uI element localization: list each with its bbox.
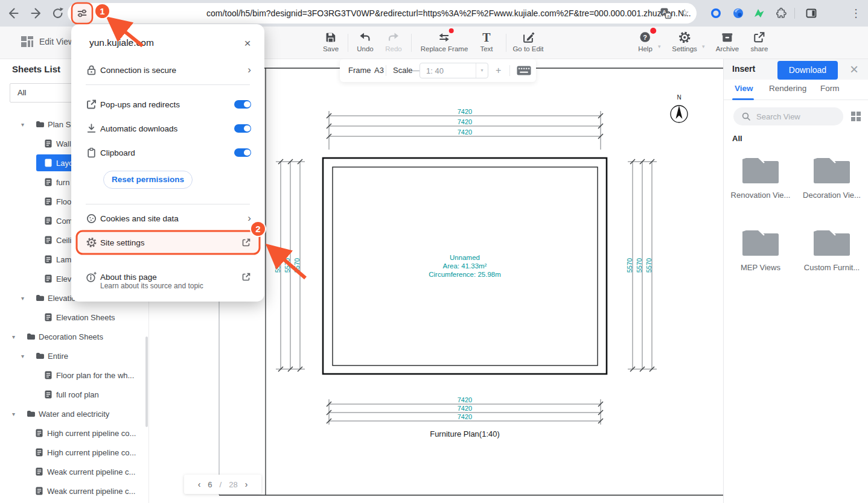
prev-page-icon[interactable]: ‹ [198,479,201,489]
file-icon [45,313,52,321]
insert-title: Insert [732,64,755,74]
scale-plus-icon[interactable]: + [496,59,501,82]
browser-menu-icon[interactable]: ⋮ [850,5,862,21]
extension-circle-icon[interactable] [710,7,722,19]
grid-layout-icon[interactable] [850,111,861,122]
redo-button[interactable]: Redo [385,30,402,52]
view-search[interactable] [733,107,843,125]
next-page-icon[interactable]: › [245,479,248,489]
back-icon[interactable] [6,6,21,21]
scale-dropdown-icon[interactable]: ▾ [476,63,488,78]
text-button[interactable]: T Text [480,30,493,52]
settings-caret-icon[interactable]: ▾ [702,43,705,49]
caret-down-icon[interactable]: ▾ [12,334,15,340]
browser-toolbar: com/tool/h5/bim?designid=3FO3RG3TV0WP&re… [0,0,868,27]
help-caret-icon[interactable]: ▾ [658,43,661,49]
caret-down-icon[interactable]: ▾ [21,295,24,302]
dim-label: 5570 [284,258,291,273]
folder-icon [27,410,36,417]
downloads-toggle[interactable] [234,124,251,133]
tree-folder[interactable]: ▾Decoration Sheets [0,327,149,346]
gear-icon [86,237,97,248]
view-folder-mep[interactable]: MEP Views [724,229,797,272]
tree-sheet[interactable]: High current pipeline co... [0,443,149,462]
file-icon [45,274,52,283]
settings-button[interactable]: Settings [672,30,697,52]
caret-down-icon[interactable]: ▾ [21,353,24,359]
extension-globe-icon[interactable] [732,7,744,19]
download-button[interactable]: Download [777,61,838,80]
file-icon [45,159,52,167]
replace-frame-button[interactable]: Replace Frame [421,30,468,52]
file-icon [45,236,52,244]
editor-close-icon[interactable]: × [845,60,863,78]
site-info-popup: yun.kujiale.com × Connection is secure ›… [71,24,264,302]
address-bar[interactable]: com/tool/h5/bim?designid=3FO3RG3TV0WP&re… [68,3,697,24]
clipboard-toggle[interactable] [234,148,251,157]
search-input[interactable] [756,107,838,125]
about-page-row[interactable]: About this page Learn about its source a… [71,265,264,294]
site-settings-chip-icon[interactable] [76,7,88,19]
file-icon [36,487,43,495]
translate-icon[interactable]: A a [660,7,672,19]
folder-icon [36,294,45,302]
site-settings-row[interactable]: Site settings [71,230,264,255]
help-button[interactable]: ? Help [638,30,653,52]
folder-icon [27,333,36,340]
room-area: Area: 41.33m² [443,262,487,270]
dim-label: 7420 [458,128,472,136]
frame-value[interactable]: A3 [374,59,384,82]
tree-folder[interactable]: ▾Entire [0,346,149,365]
tree-sheet[interactable]: full roof plan [0,385,149,404]
popups-toggle[interactable] [234,100,251,109]
go-to-edit-button[interactable]: Go to Edit [512,30,543,52]
reset-permissions-button[interactable]: Reset permissions [103,171,193,189]
cookies-row[interactable]: Cookies and site data › [71,206,264,230]
tree-sheet[interactable]: Elevation Sheets [0,308,149,327]
view-folder-renovation[interactable]: Renovation Vie... [724,157,797,200]
keyboard-icon[interactable] [517,66,531,75]
reload-icon[interactable] [51,6,65,21]
tree-sheet[interactable]: Weak current pipeline c... [0,481,149,501]
extensions-puzzle-icon[interactable] [774,7,787,19]
tree-sheet[interactable]: Floor plan for the wh... [0,365,149,385]
file-icon [45,255,52,264]
toolbar-separator [506,34,506,52]
bookmark-star-icon[interactable]: ☆ [678,7,691,19]
active-tab-underline [732,98,754,100]
side-panel-icon[interactable] [805,7,817,19]
close-icon[interactable]: × [240,36,255,51]
tab-view[interactable]: View [735,84,753,93]
tab-form[interactable]: Form [820,84,840,93]
url-text[interactable]: com/tool/h5/bim?designid=3FO3RG3TV0WP&re… [206,3,720,24]
insert-panel: Insert View Rendering Form All Renovatio… [723,59,868,503]
save-button[interactable]: Save [323,30,339,52]
sidebar-scrollbar[interactable] [145,337,148,427]
toolbar-separator [348,34,348,52]
forward-icon[interactable] [29,6,43,21]
north-label: N [677,94,681,101]
download-arrow-icon [86,123,97,134]
edit-icon [522,31,535,44]
app-brand: Edit View [20,34,74,49]
archive-button[interactable]: Archive [716,30,739,52]
tree-sheet[interactable]: High current pipeline co... [0,423,149,443]
share-button[interactable]: share [751,30,768,52]
view-folder-custom[interactable]: Custom Furnit... [796,229,868,272]
undo-button[interactable]: Undo [357,30,374,52]
view-folder-decoration[interactable]: Decoration Vie... [796,157,868,200]
dim-label: 5570 [293,258,301,273]
sidebar-title: Sheets List [12,64,60,74]
extension-bird-icon[interactable] [753,7,765,19]
tab-rendering[interactable]: Rendering [769,84,806,93]
connection-secure-row[interactable]: Connection is secure › [71,58,264,82]
caret-down-icon[interactable]: ▾ [21,121,24,128]
text-tool-icon: T [482,30,490,45]
folder-thumbnail-icon [813,229,850,257]
dim-label: 7420 [458,413,472,420]
caret-down-icon[interactable]: ▾ [12,411,15,417]
tree-sheet[interactable]: Weak current pipeline c... [0,462,149,481]
frame-scale-bar: Frame A3 Scale — ▾ + [340,59,536,82]
scale-minus-icon[interactable]: — [412,59,420,82]
tree-folder[interactable]: ▾Water and electricity [0,404,149,423]
